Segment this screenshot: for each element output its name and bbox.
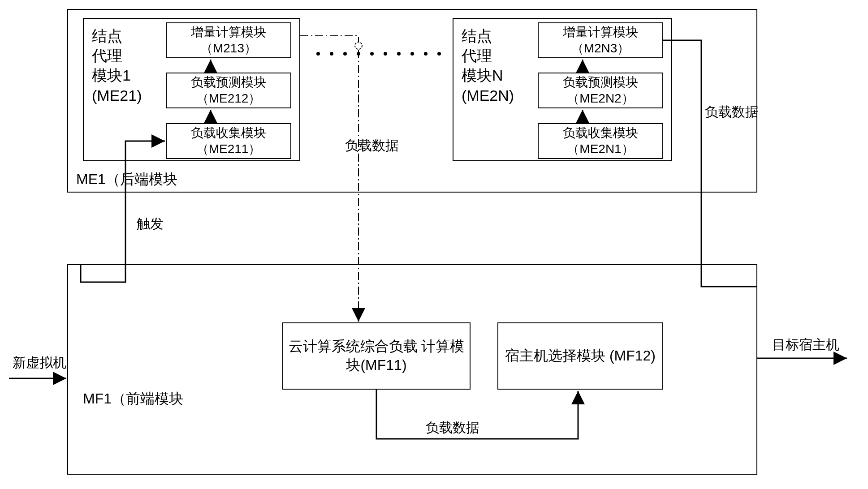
node1-coll-label: 负载收集模块 （ME211）	[167, 125, 290, 158]
trigger-label: 触发	[137, 215, 164, 232]
mf12-select-box: 宿主机选择模块 (MF12)	[497, 322, 663, 390]
node-proxy-n-title: 结点 代理 模块N (ME2N)	[462, 26, 514, 105]
load-data-mid-label: 负载数据	[345, 137, 399, 154]
mf12-select-label: 宿主机选择模块 (MF12)	[505, 347, 656, 365]
load-data-bottom-label: 负载数据	[426, 419, 479, 436]
mf1-caption: MF1（前端模块	[83, 390, 183, 408]
me1-caption: ME1（后端模块	[76, 170, 177, 189]
noden-incr-box: 增量计算模块 （M2N3）	[538, 22, 663, 58]
node1-incr-label: 增量计算模块 （M213）	[167, 24, 290, 57]
noden-pred-box: 负载预测模块 （ME2N2）	[538, 73, 663, 108]
noden-pred-label: 负载预测模块 （ME2N2）	[539, 74, 662, 107]
load-data-right-label: 负载数据	[705, 103, 759, 120]
node1-coll-box: 负载收集模块 （ME211）	[166, 123, 291, 159]
mf11-calc-label: 云计算系统综合负载 计算模块(MF11)	[283, 337, 470, 374]
noden-coll-box: 负载收集模块 （ME2N1）	[538, 123, 663, 159]
node1-pred-box: 负载预测模块 （ME212）	[166, 73, 291, 108]
node1-pred-label: 负载预测模块 （ME212）	[167, 74, 290, 107]
node1-incr-box: 增量计算模块 （M213）	[166, 22, 291, 58]
mf11-calc-box: 云计算系统综合负载 计算模块(MF11)	[282, 322, 471, 390]
noden-incr-label: 增量计算模块 （M2N3）	[539, 24, 662, 57]
new-vm-label: 新虚拟机	[13, 354, 66, 371]
noden-coll-label: 负载收集模块 （ME2N1）	[539, 125, 662, 158]
target-host-label: 目标宿主机	[772, 336, 839, 353]
node-proxy-1-title: 结点 代理 模块1 (ME21)	[92, 26, 142, 105]
